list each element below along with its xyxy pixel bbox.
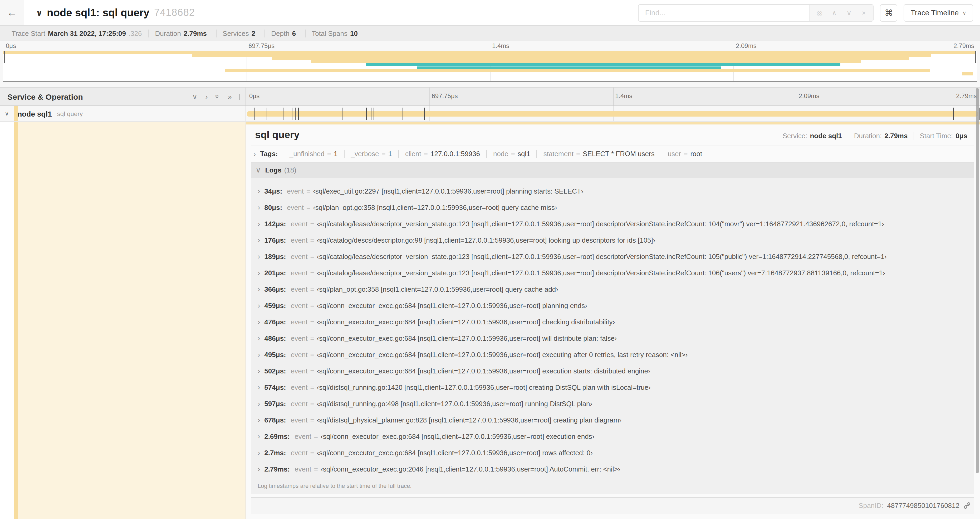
- find-next-icon[interactable]: ∨: [842, 5, 856, 20]
- log-field-value: ‹sql/catalog/descs/descriptor.go:98 [nsq…: [317, 236, 655, 244]
- tag-item: _verbose = 1: [344, 150, 398, 158]
- collapse-all-icon[interactable]: »: [214, 94, 221, 99]
- log-field-value: ‹sql/exec_util.go:2297 [nsql1,client=127…: [313, 187, 583, 195]
- logs-list: › 34μs: event = ‹sql/exec_util.go:2297 […: [251, 178, 974, 478]
- stat-label: Services: [223, 29, 249, 37]
- meta-label: Service:: [783, 132, 807, 140]
- tag-key: client: [405, 150, 421, 158]
- chevron-right-icon: ›: [258, 432, 260, 441]
- keyboard-shortcuts-button[interactable]: ⌘: [880, 4, 897, 21]
- log-entry[interactable]: › 2.7ms: event = ‹sql/conn_executor_exec…: [251, 445, 974, 461]
- log-event-tick: [267, 108, 267, 120]
- expand-all-icon[interactable]: »: [228, 93, 232, 100]
- log-entry[interactable]: › 459μs: event = ‹sql/conn_executor_exec…: [251, 297, 974, 314]
- span-id-value: 4877749850101760812: [887, 502, 959, 510]
- log-entry[interactable]: › 80μs: event = ‹sql/plan_opt.go:358 [ns…: [251, 200, 974, 216]
- logs-count: (18): [284, 166, 296, 174]
- column-resizer[interactable]: [239, 94, 242, 100]
- stat-suffix: .326: [129, 29, 142, 37]
- span-row[interactable]: ∨ node sql1 sql query: [0, 106, 980, 122]
- logs-header[interactable]: ∨ Logs (18): [251, 163, 974, 178]
- top-bar: ← ∨ node sql1: sql query 7418682 ◎ ∧ ∨ ×…: [0, 0, 980, 25]
- span-duration-bar[interactable]: [247, 111, 978, 117]
- service-operation-header: Service & Operation ∨ › » »: [0, 88, 246, 105]
- minimap-right-scrubber[interactable]: [975, 51, 976, 63]
- log-equals: =: [310, 449, 314, 457]
- expand-one-icon[interactable]: ›: [205, 93, 208, 100]
- span-row-name-column[interactable]: ∨ node sql1 sql query: [0, 106, 246, 121]
- tag-key: _verbose: [351, 150, 379, 158]
- log-entry[interactable]: › 189μs: event = ‹sql/catalog/lease/desc…: [251, 248, 974, 265]
- chevron-right-icon: ›: [258, 285, 260, 294]
- log-entry[interactable]: › 597μs: event = ‹sql/distsql_running.go…: [251, 396, 974, 412]
- log-entry[interactable]: › 34μs: event = ‹sql/exec_util.go:2297 […: [251, 183, 974, 200]
- log-entry[interactable]: › 142μs: event = ‹sql/catalog/lease/desc…: [251, 216, 974, 232]
- trace-collapse-icon[interactable]: ∨: [36, 8, 43, 18]
- back-button[interactable]: ←: [0, 0, 24, 25]
- log-field-value: ‹sql/plan_opt.go:358 [nsql1,client=127.0…: [317, 285, 558, 293]
- link-icon[interactable]: [963, 502, 971, 510]
- find-input[interactable]: [639, 5, 810, 21]
- log-field-value: ‹sql/conn_executor_exec.go:684 [nsql1,cl…: [317, 449, 593, 457]
- logs-footnote: Log timestamps are relative to the start…: [251, 478, 974, 494]
- find-prev-icon[interactable]: ∧: [827, 5, 842, 20]
- log-entry[interactable]: › 476μs: event = ‹sql/conn_executor_exec…: [251, 314, 974, 330]
- chevron-right-icon: ›: [258, 416, 260, 424]
- find-clear-icon[interactable]: ×: [856, 5, 871, 20]
- log-entry[interactable]: › 2.79ms: event = ‹sql/conn_executor_exe…: [251, 461, 974, 477]
- log-field-value: ‹sql/catalog/lease/descriptor_version_st…: [317, 252, 887, 260]
- tag-value: 1: [334, 150, 337, 158]
- minimap-canvas[interactable]: [3, 51, 977, 82]
- log-field-key: event: [291, 351, 308, 359]
- log-event-tick: [402, 108, 403, 120]
- tag-item: user = root: [661, 150, 709, 158]
- log-entry[interactable]: › 176μs: event = ‹sql/catalog/descs/desc…: [251, 232, 974, 248]
- detail-meta: Service: node sql1 Duration: 2.79ms Star…: [776, 132, 973, 141]
- log-entry[interactable]: › 678μs: event = ‹sql/distsql_physical_p…: [251, 412, 974, 428]
- log-entry[interactable]: › 201μs: event = ‹sql/catalog/lease/desc…: [251, 265, 974, 281]
- tag-key: node: [493, 150, 508, 158]
- stat-value: March 31 2022, 17:25:09: [48, 29, 126, 37]
- vertical-scrollbar[interactable]: [976, 88, 979, 473]
- log-timestamp: 678μs:: [264, 416, 286, 424]
- log-equals: =: [310, 220, 314, 228]
- log-event-tick: [283, 108, 283, 120]
- log-entry[interactable]: › 502μs: event = ‹sql/conn_executor_exec…: [251, 363, 974, 379]
- collapse-one-icon[interactable]: ∨: [192, 93, 197, 100]
- detail-meta-item: Duration: 2.79ms: [848, 132, 913, 140]
- log-field-key: event: [291, 318, 308, 326]
- tag-value: root: [690, 150, 702, 158]
- span-id-label: SpanID:: [859, 502, 883, 510]
- service-operation-title: Service & Operation: [7, 92, 83, 101]
- meta-label: Duration:: [854, 132, 882, 140]
- tag-value: 1: [388, 150, 392, 158]
- span-row-timeline[interactable]: [246, 106, 980, 121]
- tag-item: node = sql1: [486, 150, 537, 158]
- log-entry[interactable]: › 2.69ms: event = ‹sql/conn_executor_exe…: [251, 428, 974, 445]
- locate-icon[interactable]: ◎: [812, 5, 827, 20]
- timeline-header: Service & Operation ∨ › » » 0μs 697.75μs…: [0, 87, 980, 106]
- chevron-right-icon: ›: [258, 220, 260, 228]
- trace-stat: Total Spans 10: [305, 29, 367, 37]
- find-group: ◎ ∧ ∨ ×: [638, 4, 874, 21]
- stat-label: Depth: [271, 29, 289, 37]
- log-timestamp: 2.69ms:: [264, 433, 290, 441]
- log-entry[interactable]: › 495μs: event = ‹sql/conn_executor_exec…: [251, 347, 974, 363]
- chevron-down-icon: ∨: [256, 166, 261, 174]
- log-entry[interactable]: › 574μs: event = ‹sql/distsql_running.go…: [251, 379, 974, 396]
- log-field-value: ‹sql/conn_executor_exec.go:684 [nsql1,cl…: [317, 318, 615, 326]
- find-controls: ◎ ∧ ∨ ×: [810, 5, 873, 21]
- log-field-value: ‹sql/conn_executor_exec.go:684 [nsql1,cl…: [321, 433, 594, 441]
- log-equals: =: [310, 416, 314, 424]
- log-field-value: ‹sql/conn_executor_exec.go:684 [nsql1,cl…: [317, 367, 651, 375]
- log-entry[interactable]: › 486μs: event = ‹sql/conn_executor_exec…: [251, 330, 974, 347]
- tags-accordion[interactable]: › Tags: _unfinished = 1 _verbose = 1: [251, 150, 974, 158]
- log-timestamp: 142μs:: [264, 220, 286, 228]
- minimap-left-scrubber[interactable]: [4, 51, 5, 63]
- stat-label: Trace Start: [11, 29, 45, 37]
- tag-item: client = 127.0.0.1:59936: [398, 150, 486, 158]
- chevron-right-icon: ›: [258, 236, 260, 244]
- span-children-toggle-icon[interactable]: ∨: [5, 110, 9, 117]
- log-entry[interactable]: › 366μs: event = ‹sql/plan_opt.go:358 [n…: [251, 281, 974, 297]
- trace-view-selector[interactable]: Trace Timeline ∨: [904, 4, 973, 21]
